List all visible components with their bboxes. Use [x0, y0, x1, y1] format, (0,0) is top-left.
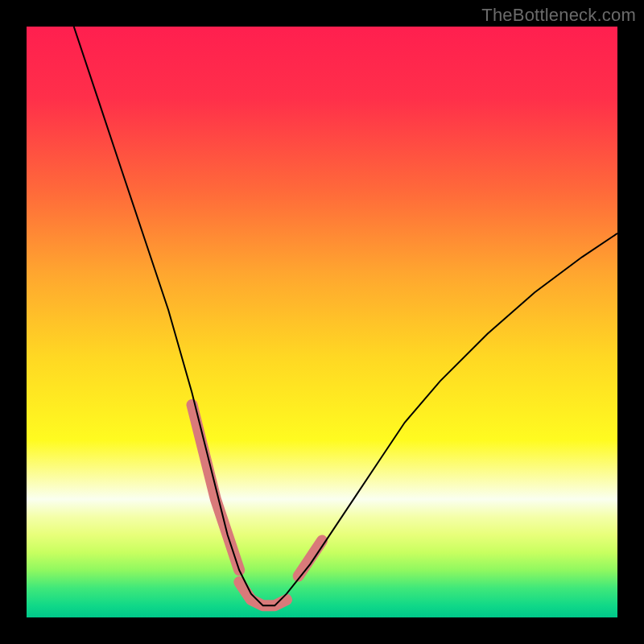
highlight-segments-group: [192, 405, 323, 606]
watermark-text: TheBottleneck.com: [481, 5, 636, 26]
right-ascent-highlight: [299, 541, 322, 576]
curve-layer: [27, 27, 617, 617]
chart-plot-area: [27, 27, 617, 617]
bottleneck-curve: [74, 27, 617, 605]
